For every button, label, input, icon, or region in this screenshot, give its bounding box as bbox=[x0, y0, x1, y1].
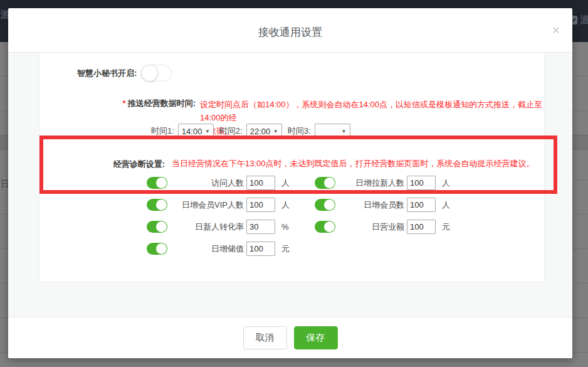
metric-row: 日营业额元 bbox=[315, 216, 450, 238]
cancel-button[interactable]: 取消 bbox=[243, 326, 287, 349]
metric-label: 日增会员VIP人数 bbox=[167, 199, 244, 211]
metric-toggle[interactable] bbox=[315, 177, 335, 189]
caret-down-icon: ▼ bbox=[205, 129, 210, 134]
time-label: 时间3: bbox=[288, 125, 311, 137]
modal-footer: 取消 保存 bbox=[8, 317, 572, 358]
time-label: 时间1: bbox=[151, 125, 174, 137]
toggle-knob bbox=[156, 221, 167, 232]
settings-modal: 接收通用设置 × 智慧小秘书开启: *推送经营数据时间: 设定时间点后（如14:… bbox=[8, 8, 572, 358]
toggle-knob bbox=[324, 178, 335, 188]
navbar-right-text: 游 bbox=[580, 14, 588, 26]
metric-value-input[interactable] bbox=[246, 176, 275, 190]
metric-label: 日营业额 bbox=[335, 221, 404, 233]
metric-value-input[interactable] bbox=[246, 242, 275, 256]
toggle-knob bbox=[141, 65, 158, 82]
metric-toggle[interactable] bbox=[147, 199, 167, 211]
metrics-grid: 访问人数人日增拉新人数人日增会员VIP人数人日增会员数人日新人转化率%日营业额元… bbox=[147, 172, 450, 260]
settings-panel: 智慧小秘书开启: *推送经营数据时间: 设定时间点后（如14:00），系统则会自… bbox=[39, 53, 545, 282]
push-time-description-line1: 设定时间点后（如14:00），系统则会自动在14:00点，以短信或是模板通知的方… bbox=[200, 98, 560, 124]
close-icon[interactable]: × bbox=[552, 23, 560, 36]
time-select[interactable]: 22:00▼ bbox=[246, 124, 282, 139]
toggle-knob bbox=[156, 199, 167, 210]
metric-toggle[interactable] bbox=[147, 177, 167, 189]
metric-label: 访问人数 bbox=[167, 178, 244, 189]
save-button[interactable]: 保存 bbox=[294, 326, 338, 349]
metric-label: 日新人转化率 bbox=[167, 221, 244, 233]
time-row: 时间1:14:00▼时间2:22:00▼时间3:▼ bbox=[151, 123, 356, 139]
metric-unit: 人 bbox=[442, 178, 450, 189]
metric-unit: 元 bbox=[442, 221, 450, 233]
metric-row: 日新人转化率% bbox=[147, 216, 315, 238]
required-asterisk: * bbox=[123, 98, 126, 108]
metric-row: 日增会员数人 bbox=[315, 194, 450, 216]
push-time-label-wrap: *推送经营数据时间: bbox=[52, 98, 196, 109]
metric-label: 日增储值 bbox=[167, 243, 244, 255]
metric-unit: 人 bbox=[281, 178, 290, 189]
metric-toggle[interactable] bbox=[147, 243, 167, 255]
metric-toggle[interactable] bbox=[315, 221, 335, 233]
diagnosis-label: 经营诊断设置: bbox=[113, 159, 165, 169]
assistant-label: 智慧小秘书开启: bbox=[77, 68, 137, 79]
metric-row: 日增会员VIP人数人 bbox=[147, 194, 315, 216]
time-label: 时间2: bbox=[219, 125, 243, 137]
metric-label: 日增拉新人数 bbox=[335, 178, 404, 189]
metric-row: 访问人数人 bbox=[147, 172, 315, 194]
metric-value-input[interactable] bbox=[246, 220, 275, 234]
metric-value-input[interactable] bbox=[407, 198, 436, 212]
metric-row: 日增拉新人数人 bbox=[315, 172, 450, 194]
toggle-knob bbox=[156, 178, 167, 188]
metric-unit: % bbox=[281, 222, 289, 231]
push-time-label: 推送经营数据时间: bbox=[128, 98, 196, 108]
time-select-value: 14:00 bbox=[182, 127, 205, 136]
metric-unit: 人 bbox=[442, 199, 450, 211]
time-group: 时间3:▼ bbox=[288, 124, 350, 139]
metric-label: 日增会员数 bbox=[335, 199, 404, 211]
caret-down-icon: ▼ bbox=[342, 129, 347, 134]
diagnosis-description: 当日经营情况在下午13:00点时，未达到既定值后，打开经营数据页面时，系统会自动… bbox=[172, 158, 535, 169]
time-select-value: 22:00 bbox=[250, 127, 273, 136]
assistant-toggle[interactable] bbox=[141, 65, 172, 82]
metric-toggle[interactable] bbox=[315, 199, 335, 211]
assistant-row: 智慧小秘书开启: bbox=[77, 65, 172, 82]
metric-value-input[interactable] bbox=[407, 220, 436, 234]
caret-down-icon: ▼ bbox=[273, 129, 278, 134]
time-select[interactable]: 14:00▼ bbox=[178, 124, 214, 139]
modal-body: 智慧小秘书开启: *推送经营数据时间: 设定时间点后（如14:00），系统则会自… bbox=[8, 53, 572, 317]
metric-unit: 元 bbox=[281, 243, 290, 255]
metric-unit: 人 bbox=[281, 199, 290, 211]
metric-row: 日增储值元 bbox=[147, 238, 315, 260]
metric-toggle[interactable] bbox=[147, 221, 167, 233]
modal-title: 接收通用设置 bbox=[8, 25, 572, 40]
metric-value-input[interactable] bbox=[246, 198, 275, 212]
toggle-knob bbox=[156, 243, 167, 254]
time-select[interactable]: ▼ bbox=[315, 124, 350, 139]
time-group: 时间1:14:00▼ bbox=[151, 124, 214, 139]
toggle-knob bbox=[324, 221, 335, 232]
modal-header: 接收通用设置 × bbox=[8, 8, 572, 53]
metric-value-input[interactable] bbox=[407, 176, 436, 190]
toggle-knob bbox=[324, 199, 335, 210]
diagnosis-label-wrap: 经营诊断设置: bbox=[62, 158, 165, 170]
time-group: 时间2:22:00▼ bbox=[219, 124, 282, 139]
